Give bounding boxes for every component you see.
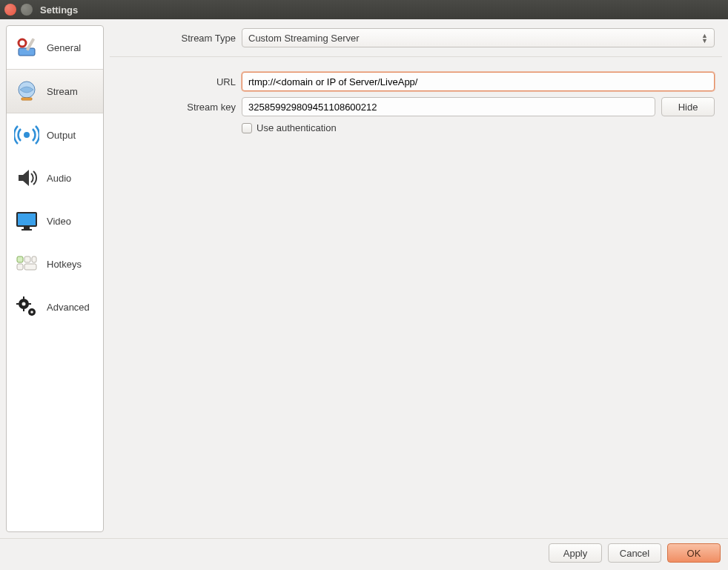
speaker-icon bbox=[14, 165, 39, 190]
sidebar-item-video[interactable]: Video bbox=[7, 199, 103, 242]
sidebar-item-general[interactable]: General bbox=[7, 26, 103, 69]
svg-rect-8 bbox=[21, 229, 32, 231]
apply-button[interactable]: Apply bbox=[549, 543, 602, 563]
gears-icon bbox=[14, 294, 39, 319]
svg-rect-18 bbox=[16, 303, 19, 305]
cancel-button[interactable]: Cancel bbox=[608, 543, 661, 563]
use-auth-checkbox[interactable] bbox=[242, 123, 252, 133]
sidebar-item-label: Advanced bbox=[47, 302, 90, 313]
sidebar-item-label: General bbox=[47, 42, 81, 53]
sidebar-item-label: Output bbox=[47, 130, 76, 141]
globe-icon bbox=[14, 79, 39, 104]
svg-rect-6 bbox=[17, 213, 36, 226]
ok-button[interactable]: OK bbox=[667, 543, 721, 563]
broadcast-icon bbox=[14, 122, 39, 148]
monitor-icon bbox=[14, 208, 39, 233]
svg-rect-7 bbox=[24, 227, 30, 229]
svg-rect-13 bbox=[24, 264, 36, 270]
sidebar-item-label: Stream bbox=[47, 86, 78, 97]
sidebar-item-label: Hotkeys bbox=[47, 259, 82, 270]
svg-rect-9 bbox=[17, 256, 23, 262]
keyboard-icon bbox=[14, 251, 39, 276]
minimize-icon[interactable] bbox=[21, 4, 33, 16]
stream-key-input[interactable] bbox=[242, 97, 655, 116]
sidebar-item-audio[interactable]: Audio bbox=[7, 156, 103, 199]
separator bbox=[110, 56, 722, 57]
hide-button[interactable]: Hide bbox=[661, 97, 715, 116]
url-label: URL bbox=[110, 76, 236, 87]
stream-key-row: Stream key Hide bbox=[110, 94, 722, 119]
close-icon[interactable] bbox=[4, 4, 16, 16]
use-auth-row: Use authentication bbox=[242, 119, 722, 136]
tools-icon bbox=[14, 35, 39, 60]
svg-rect-12 bbox=[17, 264, 23, 270]
svg-rect-19 bbox=[28, 303, 31, 305]
svg-rect-16 bbox=[23, 296, 24, 299]
sidebar-item-stream[interactable]: Stream bbox=[7, 69, 103, 113]
window-body: General Stream bbox=[0, 19, 728, 538]
sidebar-item-label: Video bbox=[47, 216, 71, 227]
stream-type-row: Stream Type Custom Streaming Server ▲▼ bbox=[110, 25, 722, 50]
stream-type-value: Custom Streaming Server bbox=[248, 33, 360, 44]
use-auth-label: Use authentication bbox=[257, 122, 337, 133]
url-row: URL bbox=[110, 69, 722, 94]
url-input[interactable] bbox=[242, 72, 715, 91]
sidebar-item-output[interactable]: Output bbox=[7, 113, 103, 156]
settings-sidebar: General Stream bbox=[6, 25, 104, 532]
stream-key-label: Stream key bbox=[110, 102, 236, 113]
svg-rect-4 bbox=[21, 98, 32, 100]
chevron-updown-icon: ▲▼ bbox=[701, 33, 708, 43]
svg-point-5 bbox=[24, 132, 30, 138]
svg-point-21 bbox=[30, 311, 33, 314]
window-title: Settings bbox=[40, 4, 78, 16]
sidebar-item-hotkeys[interactable]: Hotkeys bbox=[7, 242, 103, 285]
sidebar-item-label: Audio bbox=[47, 173, 71, 184]
svg-rect-10 bbox=[24, 256, 30, 262]
svg-point-2 bbox=[19, 39, 26, 47]
dialog-footer: Apply Cancel OK bbox=[0, 538, 728, 570]
svg-point-15 bbox=[22, 302, 26, 306]
stream-type-label: Stream Type bbox=[110, 33, 236, 44]
sidebar-item-advanced[interactable]: Advanced bbox=[7, 285, 103, 328]
svg-rect-11 bbox=[32, 256, 36, 262]
svg-rect-17 bbox=[23, 308, 24, 311]
stream-type-select[interactable]: Custom Streaming Server ▲▼ bbox=[242, 28, 715, 47]
stream-settings-panel: Stream Type Custom Streaming Server ▲▼ U… bbox=[110, 25, 722, 532]
titlebar: Settings bbox=[0, 0, 728, 19]
